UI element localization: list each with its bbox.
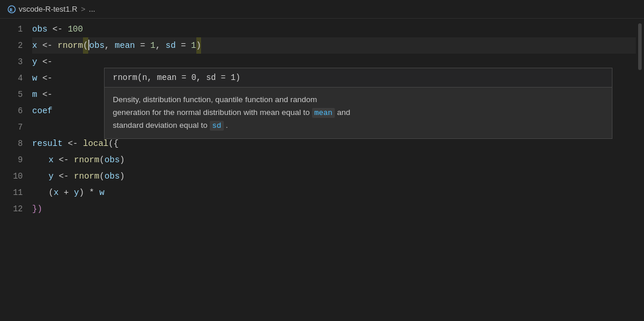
token: ) * [79, 184, 99, 201]
token: obs [105, 168, 120, 184]
line-number: 10 [0, 168, 32, 184]
breadcrumb-bar: R vscode-R-test1.R > ... [0, 0, 644, 19]
token: <- [54, 152, 74, 168]
line-number: 2 [0, 37, 32, 54]
code-content[interactable]: obs <- 100x <- rnorm(obs, mean = 1, sd =… [32, 19, 644, 321]
scrollbar[interactable] [636, 19, 644, 321]
line-number: 5 [0, 86, 32, 103]
token: ( [99, 152, 105, 168]
token: 1 [191, 37, 196, 54]
tooltip-desc-line1: Density, distribution function, quantile… [113, 95, 317, 104]
code-line: y <- rnorm(obs) [32, 168, 644, 184]
line-number: 3 [0, 54, 32, 70]
token: sd [165, 37, 175, 54]
token: <- [37, 86, 53, 103]
line-number: 7 [0, 119, 32, 135]
token: ( [49, 184, 54, 201]
token: x [32, 37, 37, 54]
editor-area: 123456789101112 obs <- 100x <- rnorm(obs… [0, 19, 644, 321]
code-line: obs <- 100 [32, 21, 644, 37]
token: w [32, 70, 37, 86]
token: rnorm [74, 152, 100, 168]
token: <- [37, 37, 58, 54]
token: m [32, 86, 37, 103]
code-line: x <- rnorm(obs, mean = 1, sd = 1) [32, 37, 644, 54]
token: <- [37, 70, 53, 86]
token: rnorm [74, 168, 100, 184]
line-number: 6 [0, 103, 32, 119]
scrollbar-thumb[interactable] [638, 23, 642, 70]
token: , [105, 37, 115, 54]
token: ) [120, 152, 125, 168]
line-number: 1 [0, 21, 32, 37]
token: x [54, 184, 59, 201]
token: , [155, 37, 165, 54]
token: <- [63, 135, 83, 152]
token: ) [196, 37, 202, 54]
r-language-icon: R [7, 5, 16, 14]
token: mean [115, 37, 135, 54]
token: y [74, 184, 79, 201]
tooltip-desc-line3-end: . [226, 121, 228, 130]
tooltip-desc-line2-pre: generation for the normal distribution w… [113, 108, 310, 117]
token: obs [105, 152, 120, 168]
token: obs [32, 21, 47, 37]
code-line: }) [32, 201, 644, 217]
token: ( [83, 37, 88, 54]
token: y [49, 168, 54, 184]
line-number: 4 [0, 70, 32, 86]
token: ( [99, 168, 105, 184]
line-numbers-gutter: 123456789101112 [0, 19, 32, 321]
code-line: (x + y) * w [32, 184, 644, 201]
code-line: x <- rnorm(obs) [32, 152, 644, 168]
tooltip-code-mean: mean [312, 108, 335, 118]
token: ) [120, 168, 125, 184]
breadcrumb-rest: ... [89, 5, 95, 13]
line-number: 11 [0, 184, 32, 201]
text-cursor [88, 40, 89, 50]
tooltip-code-sd: sd [210, 121, 224, 131]
token: = [135, 37, 150, 54]
breadcrumb-filename[interactable]: vscode-R-test1.R [19, 5, 77, 13]
token: rnorm [58, 37, 84, 54]
token: = [176, 37, 191, 54]
line-number: 12 [0, 201, 32, 217]
token: w [99, 184, 105, 201]
token: coef [32, 103, 53, 119]
tooltip-body: Density, distribution function, quantile… [105, 88, 612, 138]
tooltip-desc-line3-pre: standard deviation equal to [113, 121, 207, 130]
token: <- [47, 21, 68, 37]
tooltip-popup: rnorm(n, mean = 0, sd = 1) Density, dist… [104, 68, 612, 139]
token: <- [54, 168, 74, 184]
token: y [32, 54, 37, 70]
tooltip-and-text: and [337, 108, 351, 117]
breadcrumb-separator: > [81, 5, 85, 13]
token: obs [89, 37, 105, 54]
tooltip-signature: rnorm(n, mean = 0, sd = 1) [105, 68, 612, 88]
svg-text:R: R [10, 7, 13, 12]
token: }) [32, 201, 42, 217]
line-number: 8 [0, 135, 32, 152]
token: 1 [150, 37, 155, 54]
line-number: 9 [0, 152, 32, 168]
token: + [58, 184, 74, 201]
token: result [32, 135, 63, 152]
token: <- [37, 54, 53, 70]
token: 100 [68, 21, 83, 37]
token: x [49, 152, 54, 168]
tooltip-signature-text: rnorm(n, mean = 0, sd = 1) [113, 73, 240, 82]
